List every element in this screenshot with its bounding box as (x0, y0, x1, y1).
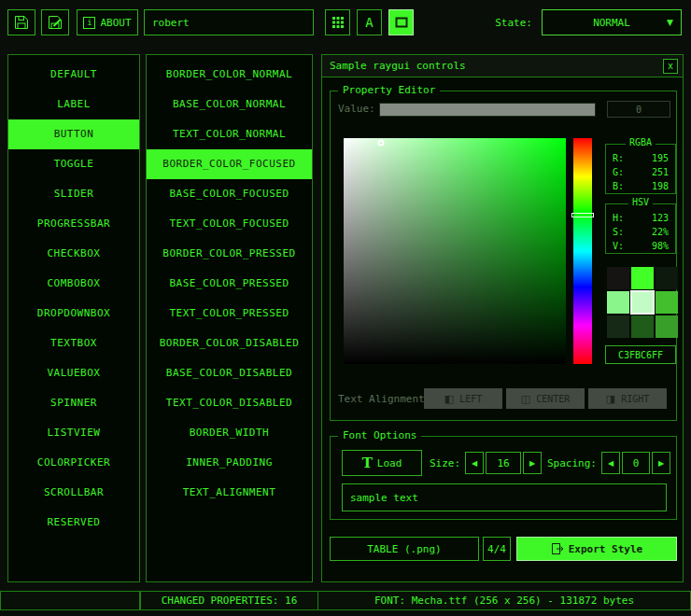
property-item[interactable]: BASE_COLOR_FOCUSED (147, 179, 312, 209)
align-right-label: RIGHT (621, 394, 649, 404)
about-button[interactable]: i ABOUT (77, 9, 138, 35)
align-center-button[interactable]: ◫ CENTER (506, 388, 585, 409)
state-dropdown[interactable]: NORMAL ▼ (542, 9, 682, 35)
close-window-button[interactable]: x (663, 59, 678, 74)
control-item-checkbox[interactable]: CHECKBOX (8, 239, 139, 269)
palette-swatch-selected[interactable] (631, 291, 654, 314)
align-left-button[interactable]: ◧ LEFT (424, 388, 502, 409)
property-item-selected[interactable]: BORDER_COLOR_FOCUSED (147, 149, 312, 179)
rgba-group: RGBA R: 195 G: 251 B: 198 (605, 144, 676, 194)
about-button-label: ABOUT (100, 17, 131, 29)
control-item-default[interactable]: DEFAULT (8, 60, 139, 90)
font-size-increase-button[interactable]: ▶ (523, 452, 542, 474)
palette-swatch[interactable] (631, 267, 654, 289)
v-label: V: (613, 240, 624, 253)
property-item[interactable]: TEXT_COLOR_PRESSED (147, 299, 312, 329)
property-item[interactable]: BASE_COLOR_NORMAL (147, 90, 312, 119)
property-item[interactable]: TEXT_COLOR_NORMAL (147, 119, 312, 149)
value-slider[interactable] (379, 103, 596, 117)
b-label: B: (613, 180, 624, 193)
palette-swatch[interactable] (607, 291, 629, 314)
control-item-scrollbar[interactable]: SCROLLBAR (8, 478, 139, 508)
property-item[interactable]: BORDER_COLOR_DISABLED (147, 329, 312, 358)
control-item-valuebox[interactable]: VALUEBOX (8, 358, 139, 388)
control-item-spinner[interactable]: SPINNER (8, 388, 139, 418)
control-item-textbox[interactable]: TEXTBOX (8, 329, 139, 358)
arrow-left-icon: ◀ (472, 459, 477, 468)
style-name-input[interactable] (144, 9, 314, 35)
property-editor-group: Property Editor Value: 0 RGBA R: 195 (330, 91, 677, 421)
value-label: Value: (338, 99, 375, 118)
text-alignment-label: Text Alignment (338, 388, 425, 409)
palette-swatch[interactable] (607, 315, 629, 338)
hsv-group-label: HSV (628, 197, 653, 207)
window-titlebar: Sample raygui controls x (322, 55, 683, 77)
sample-text-input[interactable] (342, 483, 667, 511)
palette-swatch[interactable] (656, 267, 678, 289)
control-item-button[interactable]: BUTTON (8, 119, 139, 149)
control-item-colorpicker[interactable]: COLORPICKER (8, 448, 139, 478)
value-box[interactable]: 0 (607, 101, 670, 118)
control-item-listview[interactable]: LISTVIEW (8, 418, 139, 448)
color-saturation-value-area[interactable] (344, 138, 566, 364)
property-item[interactable]: BORDER_COLOR_NORMAL (147, 60, 312, 90)
arrow-right-icon: ▶ (529, 459, 535, 468)
grid-view-button[interactable] (325, 9, 350, 35)
font-size-value[interactable]: 16 (486, 452, 521, 474)
control-item-combobox[interactable]: COMBOBOX (8, 269, 139, 299)
property-item[interactable]: BORDER_WIDTH (147, 418, 312, 448)
rguistyler-app: i ABOUT A State: NORMAL ▼ (0, 0, 691, 616)
property-item[interactable]: BORDER_COLOR_PRESSED (147, 239, 312, 269)
palette-swatch[interactable] (607, 267, 629, 289)
properties-list: BORDER_COLOR_NORMAL BASE_COLOR_NORMAL TE… (146, 54, 313, 582)
control-item-reserved[interactable]: RESERVED (8, 508, 139, 538)
hue-cursor[interactable] (571, 213, 594, 217)
window-title: Sample raygui controls (330, 60, 466, 72)
load-font-button[interactable]: T Load (342, 450, 422, 476)
arrow-right-icon: ▶ (658, 459, 664, 468)
hsv-row-v: V: 98% (613, 240, 669, 253)
table-view-button[interactable] (388, 9, 414, 35)
g-label: G: (613, 166, 624, 179)
color-cursor[interactable] (378, 139, 385, 146)
font-spacing-increase-button[interactable]: ▶ (652, 452, 670, 474)
font-size-decrease-button[interactable]: ◀ (465, 452, 484, 474)
font-spacing-decrease-button[interactable]: ◀ (601, 452, 620, 474)
font-spacing-value[interactable]: 0 (622, 452, 650, 474)
property-item[interactable]: INNER_PADDING (147, 448, 312, 478)
control-item-progressbar[interactable]: PROGRESSBAR (8, 209, 139, 239)
export-format-count-value: 4/4 (487, 543, 506, 555)
property-item[interactable]: TEXT_ALIGNMENT (147, 478, 312, 508)
control-item-label[interactable]: LABEL (8, 90, 139, 119)
save-style-as-button[interactable] (41, 9, 69, 35)
control-item-toggle[interactable]: TOGGLE (8, 149, 139, 179)
hue-bar[interactable] (573, 138, 592, 364)
floppy-disk-icon (14, 15, 29, 30)
property-item[interactable]: BASE_COLOR_DISABLED (147, 358, 312, 388)
rgba-group-label: RGBA (626, 137, 656, 147)
save-style-button[interactable] (7, 9, 35, 35)
control-item-slider[interactable]: SLIDER (8, 179, 139, 209)
controls-list: DEFAULT LABEL BUTTON TOGGLE SLIDER PROGR… (7, 54, 140, 582)
property-item[interactable]: TEXT_COLOR_FOCUSED (147, 209, 312, 239)
property-item[interactable]: TEXT_COLOR_DISABLED (147, 388, 312, 418)
hsv-row-h: H: 123 (613, 212, 669, 225)
font-options-group-label: Font Options (338, 429, 421, 441)
align-right-button[interactable]: ◨ RIGHT (588, 388, 667, 409)
palette-swatch[interactable] (656, 315, 678, 338)
r-value: 195 (652, 152, 669, 165)
control-item-dropdownbox[interactable]: DROPDOWNBOX (8, 299, 139, 329)
hex-value-box[interactable]: C3FBC6FF (605, 345, 676, 364)
text-view-button[interactable]: A (357, 9, 382, 35)
font-size-label: Size: (430, 450, 460, 476)
palette-swatch[interactable] (656, 291, 678, 314)
palette-swatch[interactable] (631, 315, 654, 338)
chevron-down-icon: ▼ (667, 18, 673, 27)
export-format-count: 4/4 (483, 537, 511, 561)
arrow-left-icon: ◀ (608, 459, 613, 468)
export-style-button[interactable]: Export Style (516, 537, 677, 561)
status-font-info: FONT: Mecha.ttf (256 x 256) - 131872 byt… (317, 591, 691, 610)
export-format-dropdown[interactable]: TABLE (.png) (330, 537, 479, 561)
property-item[interactable]: BASE_COLOR_PRESSED (147, 269, 312, 299)
hsv-group: HSV H: 123 S: 22% V: 98% (605, 203, 676, 254)
